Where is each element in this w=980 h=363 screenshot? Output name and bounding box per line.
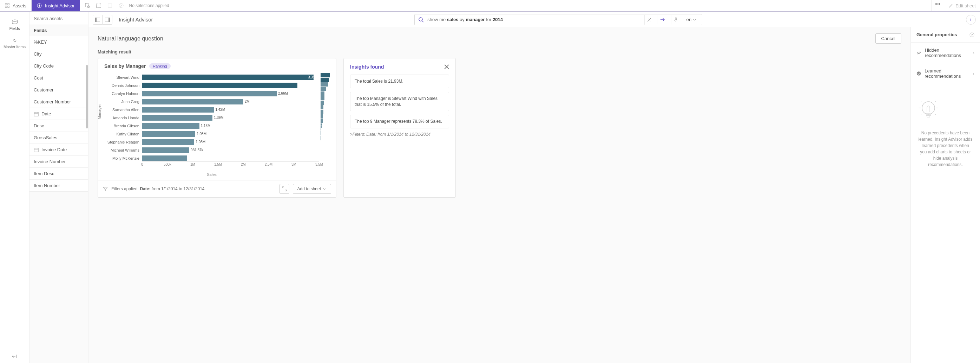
field-item[interactable]: Invoice Date (30, 144, 88, 156)
theme-picker-icon[interactable] (931, 0, 944, 11)
scrollbar-thumb[interactable] (86, 65, 88, 128)
close-icon (444, 64, 449, 69)
eye-off-icon (916, 50, 921, 56)
selection-tools: No selections applied (80, 1, 172, 10)
field-item[interactable]: Item Desc (30, 168, 88, 180)
step-back-icon (105, 1, 115, 10)
chart-ylabel: Manager (97, 104, 102, 119)
show-left-panel-button[interactable] (93, 15, 103, 25)
svg-rect-18 (34, 112, 38, 116)
chart-plot[interactable]: Manager Stewart Wind3.39MDennis Johnson3… (104, 73, 319, 177)
show-right-panel-button[interactable] (103, 15, 112, 25)
field-item[interactable]: Invoice Number (30, 156, 88, 168)
svg-rect-13 (937, 3, 939, 5)
master-items-rail-label: Master items (3, 45, 25, 49)
bar-row[interactable]: John Greg2M (104, 98, 319, 106)
collapse-rail-button[interactable] (11, 354, 18, 359)
chart-minimap[interactable] (321, 73, 330, 177)
chart-title: Sales by Manager (104, 63, 146, 69)
bar-row[interactable]: Carolyn Halmon2.66M (104, 90, 319, 98)
insight-advisor-tab[interactable]: Insight Advisor (32, 0, 80, 11)
chart-badge: Ranking (149, 63, 170, 69)
svg-rect-12 (935, 3, 937, 5)
check-circle-icon (916, 71, 921, 76)
svg-text:?: ? (971, 33, 973, 37)
bar-row[interactable]: Dennis Johnson3.07M (104, 81, 319, 90)
voice-input-button[interactable] (671, 15, 681, 25)
bar-row[interactable]: Amanda Honda1.39M (104, 114, 319, 122)
svg-rect-3 (8, 6, 9, 7)
field-item[interactable]: Cost (30, 72, 88, 84)
svg-rect-5 (85, 3, 89, 7)
fields-header: Fields (30, 25, 88, 36)
svg-rect-2 (5, 6, 7, 7)
search-assets-box[interactable] (30, 12, 88, 25)
chart-card: Sales by Manager Ranking Manager Stewart… (98, 58, 336, 198)
insight-item: The total Sales is 21.93M. (350, 75, 449, 88)
svg-line-37 (282, 187, 284, 189)
nlq-query-text: show me sales by manager for 2014 (427, 17, 641, 22)
insight-advisor-tab-label: Insight Advisor (45, 3, 75, 8)
filter-icon (103, 186, 108, 191)
panel-toggle (93, 15, 112, 25)
language-select[interactable]: en (684, 17, 698, 22)
bar-row[interactable]: Micheal Williams931.37k (104, 146, 319, 154)
svg-rect-27 (95, 18, 97, 22)
add-to-sheet-button[interactable]: Add to sheet (293, 184, 331, 194)
center-content: Natural language question Cancel Matchin… (89, 27, 910, 363)
selection-tool-icon[interactable] (94, 1, 103, 10)
bar-row[interactable]: Kathy Clinton1.05M (104, 130, 319, 138)
search-assets-input[interactable] (34, 16, 84, 21)
right-panel: General properties ? Hidden recommendati… (910, 27, 980, 363)
fields-rail-item[interactable]: Fields (0, 16, 29, 34)
smart-search-icon[interactable] (83, 1, 92, 10)
bar-row[interactable]: Samantha Allen1.42M (104, 106, 319, 114)
field-item[interactable]: Customer Number (30, 96, 88, 108)
clear-query-button[interactable] (644, 15, 654, 25)
master-items-rail-item[interactable]: Master items (0, 34, 29, 53)
compass-icon (37, 3, 42, 8)
svg-line-48 (921, 101, 922, 102)
edit-sheet-label: Edit sheet (955, 3, 976, 8)
info-button[interactable]: i (966, 15, 976, 25)
assets-tab-label: Assets (13, 3, 26, 8)
edit-sheet-button[interactable]: Edit sheet (944, 0, 980, 11)
svg-line-49 (935, 101, 936, 102)
link-icon (11, 38, 18, 43)
field-item[interactable]: GrossSales (30, 132, 88, 144)
pencil-icon (948, 3, 953, 8)
grid-icon (5, 3, 10, 8)
submit-query-button[interactable] (658, 15, 668, 25)
fields-sidebar: Fields %KEYCityCity CodeCostCustomerCust… (30, 12, 89, 363)
bar-row[interactable]: Stewart Wind3.39M (104, 73, 319, 81)
field-item[interactable]: Customer (30, 84, 88, 96)
cancel-button[interactable]: Cancel (875, 34, 901, 44)
header-row: Insight Advisor show me sales by manager… (89, 12, 980, 27)
field-item[interactable]: City Code (30, 60, 88, 72)
no-selections-label: No selections applied (129, 3, 169, 8)
nlq-title: Natural language question (98, 35, 163, 42)
field-item[interactable]: Item Number (30, 180, 88, 192)
hidden-recommendations-item[interactable]: Hidden recommendations › (911, 43, 980, 63)
svg-rect-8 (108, 4, 112, 8)
field-item[interactable]: City (30, 48, 88, 60)
expand-chart-button[interactable] (280, 184, 290, 194)
lightbulb-icon (918, 98, 973, 123)
field-item[interactable]: Desc (30, 120, 88, 132)
matching-result-label: Matching result (89, 46, 910, 58)
help-icon[interactable]: ? (969, 32, 974, 37)
assets-tab[interactable]: Assets (0, 0, 32, 11)
svg-point-15 (12, 20, 17, 21)
nlq-search-bar[interactable]: show me sales by manager for 2014 en (414, 14, 702, 25)
learned-recommendations-item[interactable]: Learned recommendations › (911, 63, 980, 84)
field-list[interactable]: %KEYCityCity CodeCostCustomerCustomer Nu… (30, 36, 88, 363)
close-insights-button[interactable] (444, 64, 449, 69)
insights-filter-note: >Filters: Date: from 1/1/2014 to 12/31/2… (350, 132, 449, 137)
svg-rect-22 (34, 148, 38, 152)
bar-row[interactable]: Stephanie Reagan1.03M (104, 138, 319, 146)
filters-label: Filters applied: Date: from 1/1/2014 to … (111, 186, 205, 191)
add-to-sheet-label: Add to sheet (298, 186, 321, 191)
field-item[interactable]: Date (30, 108, 88, 120)
field-item[interactable]: %KEY (30, 36, 88, 48)
bar-row[interactable]: Brenda Gibson1.13M (104, 122, 319, 130)
